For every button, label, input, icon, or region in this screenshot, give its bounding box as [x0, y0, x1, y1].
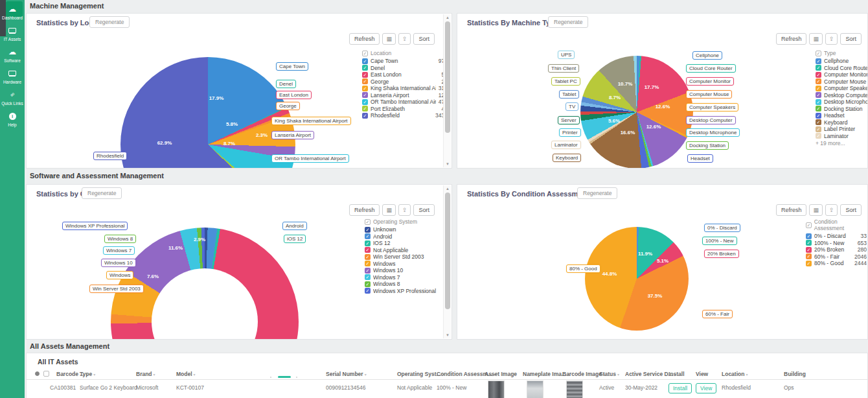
col-install[interactable]: Install — [668, 371, 685, 377]
legend-checkbox[interactable]: ✓ — [362, 106, 368, 111]
legend-item[interactable]: ✓100% - New653 — [806, 240, 867, 247]
legend-checkbox[interactable]: ✓ — [816, 58, 821, 64]
legend-item[interactable]: ✓Cloud Core Router — [816, 65, 867, 72]
legend-item[interactable]: ✓Laminator — [816, 133, 867, 140]
expand-radio[interactable] — [35, 371, 40, 376]
sort-button[interactable]: Sort — [840, 33, 862, 45]
legend-checkbox[interactable]: ✓ — [365, 274, 371, 280]
col-status[interactable]: Status▾ — [599, 371, 619, 377]
legend-checkbox[interactable]: ✓ — [362, 86, 368, 91]
legend-item[interactable]: ✓East London59 — [362, 71, 448, 78]
legend-checkbox[interactable]: ✓ — [365, 261, 371, 266]
scroll-up-icon[interactable]: ▲ — [444, 185, 451, 192]
legend-checkbox[interactable]: ✓ — [365, 240, 371, 246]
table-row[interactable]: CA100381 Surface Go 2 Keyboard Microsoft… — [27, 380, 867, 398]
legend-checkbox[interactable]: ✓ — [365, 288, 371, 294]
legend-checkbox[interactable]: ✓ — [362, 99, 368, 105]
legend-item[interactable]: ✓Cellphone — [816, 58, 867, 65]
refresh-button[interactable]: Refresh — [349, 33, 380, 45]
legend-checkbox[interactable]: ✓ — [806, 261, 812, 266]
install-button[interactable]: Install — [668, 383, 692, 393]
legend-checkbox[interactable]: ✓ — [816, 72, 821, 78]
legend-checkbox[interactable]: ✓ — [806, 222, 812, 228]
legend-item[interactable]: ✓IOS 12 — [365, 240, 448, 247]
legend-item[interactable]: ✓Windows XP Professional — [365, 288, 448, 295]
sidebar-item-quick-links[interactable]: ∞ Quick Links — [0, 89, 25, 106]
legend-checkbox[interactable]: ✓ — [362, 65, 368, 71]
legend-checkbox[interactable]: ✓ — [365, 254, 371, 260]
legend-checkbox[interactable]: ✓ — [816, 78, 821, 84]
scroll-down-icon[interactable]: ▼ — [444, 332, 451, 338]
legend-checkbox[interactable]: ✓ — [816, 113, 821, 119]
legend-checkbox[interactable]: ✓ — [362, 58, 368, 64]
regenerate-button[interactable]: Regenerate — [89, 16, 130, 28]
sidebar-item-software[interactable]: ☁ Software — [0, 46, 25, 63]
col-asset-image[interactable]: Asset Image — [485, 371, 517, 377]
legend-item[interactable]: ✓Android — [365, 233, 448, 240]
legend-item[interactable]: ✓Not Applicable — [365, 247, 448, 254]
refresh-button[interactable]: Refresh — [776, 33, 807, 45]
select-all-checkbox[interactable] — [43, 371, 49, 377]
legend-checkbox[interactable]: ✓ — [365, 281, 371, 287]
legend-item[interactable]: ✓Computer Monitor — [816, 71, 867, 78]
col-location[interactable]: Location▾ — [722, 371, 748, 377]
legend-item[interactable]: ✓Label Printer — [816, 126, 867, 133]
sort-button[interactable]: Sort — [840, 204, 862, 216]
col-building[interactable]: Building — [784, 371, 806, 377]
export-icon[interactable]: ⇪ — [825, 204, 838, 216]
legend-item[interactable]: ✓Rhodesfield3430 — [362, 112, 448, 119]
legend-checkbox[interactable]: ✓ — [816, 133, 821, 139]
view-button[interactable]: View — [696, 383, 716, 393]
legend-checkbox[interactable]: ✓ — [816, 51, 821, 56]
legend-checkbox[interactable]: ✓ — [362, 92, 368, 98]
regenerate-button[interactable]: Regenerate — [577, 187, 617, 199]
regenerate-button[interactable]: Regenerate — [82, 187, 122, 199]
barcode-image-thumbnail[interactable] — [566, 380, 583, 398]
chart-icon[interactable]: ▦ — [809, 204, 823, 216]
legend-item[interactable]: ✓Desktop Microphone — [816, 99, 867, 106]
legend-item[interactable]: ✓60% - Fair2046 — [806, 253, 867, 261]
legend-header[interactable]: ✓ Condition Assessment — [806, 218, 867, 231]
sidebar-item-help[interactable]: i Help — [0, 110, 25, 127]
legend-more-link[interactable]: + 19 more... — [816, 140, 867, 146]
legend-item[interactable]: ✓Desktop Computer — [816, 92, 867, 99]
export-icon[interactable]: ⇪ — [825, 33, 838, 45]
legend-item[interactable]: ✓80% - Good2444 — [806, 260, 867, 267]
legend-checkbox[interactable]: ✓ — [362, 78, 368, 84]
asset-image-thumbnail[interactable] — [488, 380, 505, 398]
sidebar-item-dashboard[interactable]: ☁ Dashboard — [0, 3, 25, 20]
vertical-scrollbar[interactable]: ▲ ▼ — [443, 185, 451, 338]
refresh-button[interactable]: Refresh — [776, 204, 807, 216]
legend-item[interactable]: ✓Docking Station — [816, 106, 867, 113]
scroll-up-icon[interactable]: ▲ — [444, 14, 451, 21]
legend-item[interactable]: ✓0% - Discard33 — [806, 233, 867, 240]
legend-checkbox[interactable]: ✓ — [816, 126, 821, 132]
legend-item[interactable]: ✓Win Server Std 2003 — [365, 253, 448, 261]
legend-item[interactable]: ✓Lanseria Airport127 — [362, 92, 448, 99]
vertical-scrollbar[interactable]: ▲ ▼ — [443, 14, 451, 167]
legend-header[interactable]: ✓ Operating System — [365, 218, 448, 225]
legend-checkbox[interactable]: ✓ — [365, 247, 371, 253]
sort-button[interactable]: Sort — [413, 33, 435, 45]
legend-item[interactable]: ✓Unknown — [365, 226, 448, 233]
legend-checkbox[interactable]: ✓ — [816, 106, 821, 111]
export-icon[interactable]: ⇪ — [398, 204, 411, 216]
nameplate-image-thumbnail[interactable] — [527, 380, 543, 398]
legend-item[interactable]: ✓George27 — [362, 78, 448, 86]
legend-item[interactable]: ✓Windows — [365, 261, 448, 268]
legend-item[interactable]: ✓Keyboard — [816, 119, 867, 126]
legend-checkbox[interactable]: ✓ — [816, 99, 821, 105]
col-type[interactable]: Type▾ — [80, 371, 95, 377]
legend-item[interactable]: ✓Windows 7 — [365, 274, 448, 281]
legend-item[interactable]: ✓Windows 10 — [365, 267, 448, 274]
regenerate-button[interactable]: Regenerate — [548, 16, 588, 28]
legend-checkbox[interactable]: ✓ — [362, 51, 368, 56]
legend-checkbox[interactable]: ✓ — [362, 113, 368, 119]
refresh-button[interactable]: Refresh — [349, 204, 380, 216]
condition-pie-chart[interactable] — [585, 227, 689, 331]
legend-checkbox[interactable]: ✓ — [365, 219, 371, 225]
legend-checkbox[interactable]: ✓ — [816, 86, 821, 91]
col-serial-number[interactable]: Serial Number▾ — [326, 371, 367, 377]
legend-item[interactable]: ✓Headset — [816, 112, 867, 119]
legend-item[interactable]: ✓20% Broken280 — [806, 246, 867, 253]
